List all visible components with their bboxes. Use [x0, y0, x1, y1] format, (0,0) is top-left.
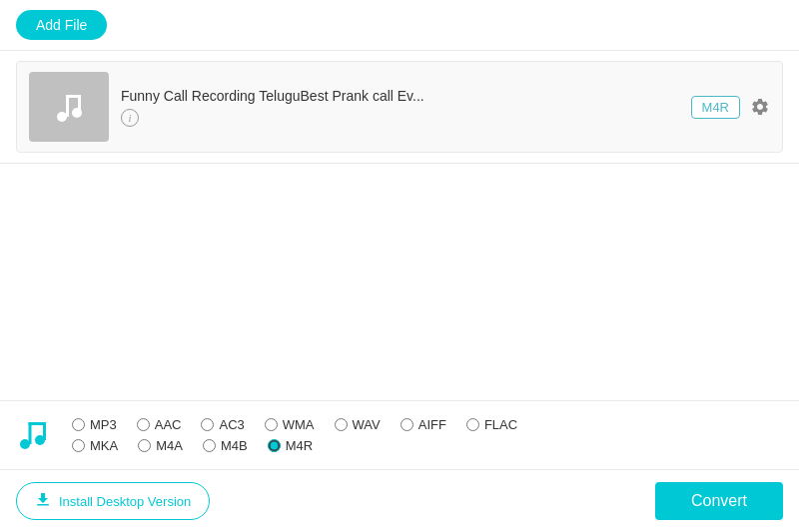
download-arrow-icon: [35, 491, 51, 507]
file-name: Funny Call Recording TeluguBest Prank ca…: [121, 88, 679, 104]
format-option-mka[interactable]: MKA: [72, 438, 118, 453]
format-option-m4b[interactable]: M4B: [203, 438, 248, 453]
file-item: Funny Call Recording TeluguBest Prank ca…: [16, 61, 783, 153]
format-option-mp3[interactable]: MP3: [72, 417, 117, 432]
svg-rect-4: [78, 95, 81, 113]
format-option-m4r[interactable]: M4R: [268, 438, 313, 453]
format-option-flac[interactable]: FLAC: [466, 417, 517, 432]
format-radio-flac[interactable]: [466, 418, 479, 431]
toolbar: Add File: [0, 0, 799, 51]
format-label-m4b: M4B: [221, 438, 248, 453]
format-radio-m4r[interactable]: [268, 439, 281, 452]
bottom-bar: Install Desktop Version Convert: [0, 469, 799, 532]
file-actions: M4R: [691, 96, 770, 119]
gear-icon: [750, 97, 770, 117]
format-label-mka: MKA: [90, 438, 118, 453]
format-row-2: MKA M4A M4B M4R: [72, 438, 517, 453]
add-file-button[interactable]: Add File: [16, 10, 107, 40]
format-badge[interactable]: M4R: [691, 96, 740, 119]
format-radio-mp3[interactable]: [72, 418, 85, 431]
format-radio-wav[interactable]: [335, 418, 348, 431]
audio-format-icon: [16, 413, 56, 453]
file-info: Funny Call Recording TeluguBest Prank ca…: [109, 88, 691, 127]
format-label-m4a: M4A: [156, 438, 183, 453]
format-label-ac3: AC3: [219, 417, 244, 432]
format-option-aac[interactable]: AAC: [137, 417, 182, 432]
svg-point-0: [57, 112, 67, 122]
format-row-1: MP3 AAC AC3 WMA WAV: [72, 417, 517, 432]
format-label-flac: FLAC: [484, 417, 517, 432]
format-option-m4a[interactable]: M4A: [138, 438, 183, 453]
format-option-ac3[interactable]: AC3: [201, 417, 244, 432]
svg-rect-7: [29, 422, 32, 444]
audio-icon-area: [16, 413, 56, 457]
install-desktop-button[interactable]: Install Desktop Version: [16, 482, 210, 520]
format-option-aiff[interactable]: AIFF: [400, 417, 446, 432]
format-radio-m4b[interactable]: [203, 439, 216, 452]
svg-rect-10: [37, 504, 49, 506]
svg-rect-9: [43, 422, 46, 440]
format-selector: MP3 AAC AC3 WMA WAV: [0, 400, 799, 469]
format-radio-m4a[interactable]: [138, 439, 151, 452]
format-label-aiff: AIFF: [418, 417, 446, 432]
convert-button[interactable]: Convert: [655, 482, 783, 520]
format-options: MP3 AAC AC3 WMA WAV: [72, 417, 517, 453]
format-radio-wma[interactable]: [265, 418, 278, 431]
svg-rect-2: [66, 95, 69, 117]
file-thumbnail: [29, 72, 109, 142]
format-option-wav[interactable]: WAV: [335, 417, 381, 432]
svg-rect-3: [66, 95, 80, 98]
content-area: [0, 164, 799, 400]
format-radio-aiff[interactable]: [400, 418, 413, 431]
format-option-wma[interactable]: WMA: [265, 417, 315, 432]
format-selector-inner: MP3 AAC AC3 WMA WAV: [16, 413, 783, 457]
download-icon: [35, 491, 51, 511]
install-label: Install Desktop Version: [59, 494, 191, 509]
file-list: Funny Call Recording TeluguBest Prank ca…: [0, 51, 799, 164]
format-label-aac: AAC: [155, 417, 182, 432]
settings-button[interactable]: [750, 97, 770, 117]
format-label-mp3: MP3: [90, 417, 117, 432]
format-radio-aac[interactable]: [137, 418, 150, 431]
svg-rect-8: [29, 422, 44, 425]
music-note-icon: [49, 87, 89, 127]
format-radio-ac3[interactable]: [201, 418, 214, 431]
format-label-m4r: M4R: [286, 438, 313, 453]
format-label-wma: WMA: [283, 417, 315, 432]
format-label-wav: WAV: [353, 417, 381, 432]
info-icon[interactable]: i: [121, 109, 139, 127]
format-radio-mka[interactable]: [72, 439, 85, 452]
